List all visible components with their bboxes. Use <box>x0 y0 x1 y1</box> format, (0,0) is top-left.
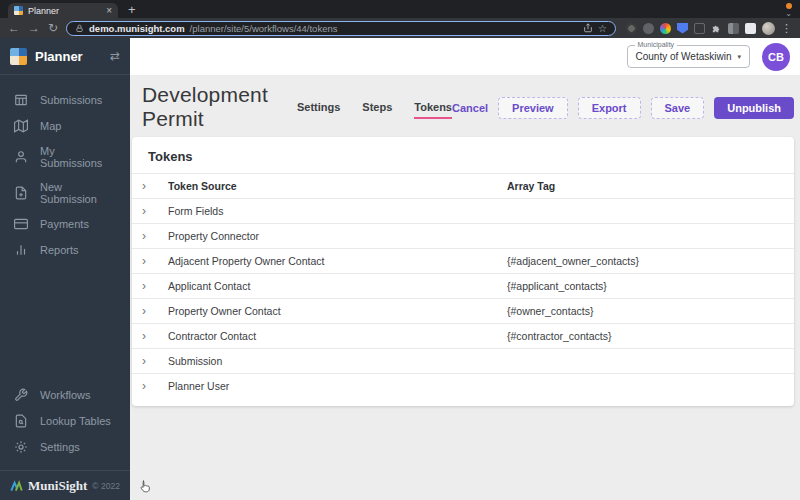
save-button[interactable]: Save <box>651 97 705 119</box>
token-source-label: Property Owner Contact <box>168 305 281 317</box>
preview-button[interactable]: Preview <box>498 97 568 119</box>
sidebar-nav: Submissions Map My Submissions New Submi… <box>0 75 130 263</box>
wrench-icon <box>14 388 28 402</box>
panel-title: Tokens <box>132 137 794 173</box>
chevron-right-icon[interactable]: › <box>142 179 168 193</box>
sidebar-item-label: Payments <box>40 218 89 230</box>
sidebar-collapse-icon[interactable]: ⇄ <box>110 49 120 63</box>
back-button[interactable]: ← <box>8 22 20 34</box>
browser-tab-bar: Planner × + ⌄ <box>0 0 800 18</box>
browser-tab[interactable]: Planner × <box>8 3 118 18</box>
workflow-tabs: Settings Steps Tokens <box>297 101 452 119</box>
tokens-panel: Tokens › Token Source Array Tag › Form F… <box>132 137 794 406</box>
address-bar[interactable]: demo.munisight.com/planner/site/5/workfl… <box>66 21 616 36</box>
chevron-right-icon[interactable]: › <box>142 279 168 293</box>
browser-menu-icon[interactable]: ⋮ <box>781 22 792 35</box>
map-icon <box>14 119 28 133</box>
sidebar-item-map[interactable]: Map <box>0 113 130 139</box>
array-tag-value: {#adjacent_owner_contacts} <box>507 255 639 267</box>
column-array-tag: Array Tag <box>507 180 555 192</box>
top-bar: Municipality County of Wetaskiwin ▾ CB <box>130 38 800 75</box>
mouse-cursor-pointer <box>138 479 153 495</box>
sidebar-item-submissions[interactable]: Submissions <box>0 87 130 113</box>
municipality-select-label: Municipality <box>635 41 678 48</box>
sidebar-item-new-submission[interactable]: New Submission <box>0 175 130 211</box>
table-row[interactable]: › Property Connector <box>132 223 794 248</box>
gear-icon <box>14 440 28 454</box>
new-tab-button[interactable]: + <box>128 2 136 17</box>
browser-profile-avatar[interactable] <box>762 22 775 35</box>
sidebar-item-label: Workflows <box>40 389 91 401</box>
sidebar-item-my-submissions[interactable]: My Submissions <box>0 139 130 175</box>
table-row[interactable]: › Adjacent Property Owner Contact {#adja… <box>132 248 794 273</box>
extension-icon[interactable] <box>626 23 637 34</box>
sidebar-item-label: Lookup Tables <box>40 415 111 427</box>
sidebar-item-payments[interactable]: Payments <box>0 211 130 237</box>
user-avatar[interactable]: CB <box>762 43 790 71</box>
chevron-right-icon[interactable]: › <box>142 379 168 393</box>
sidebar-item-settings[interactable]: Settings <box>0 434 130 460</box>
extension-icon[interactable] <box>643 23 654 34</box>
bar-chart-icon <box>14 243 28 257</box>
url-host: demo.munisight.com <box>89 23 185 34</box>
sidebar-item-label: Submissions <box>40 94 102 106</box>
unpublish-button[interactable]: Unpublish <box>714 97 794 119</box>
municipality-select[interactable]: Municipality County of Wetaskiwin ▾ <box>627 45 750 68</box>
table-row[interactable]: › Property Owner Contact {#owner_contact… <box>132 298 794 323</box>
tab-settings[interactable]: Settings <box>297 101 340 119</box>
table-row[interactable]: › Submission <box>132 348 794 373</box>
extension-icon[interactable] <box>677 23 688 34</box>
planner-favicon <box>14 6 23 15</box>
browser-window: Planner × + ⌄ ← → ↻ demo.munisight.com/p… <box>0 0 800 500</box>
copyright: © 2022 <box>92 481 120 491</box>
municipality-value: County of Wetaskiwin <box>636 51 732 62</box>
token-source-label: Adjacent Property Owner Contact <box>168 255 324 267</box>
chevron-right-icon[interactable]: › <box>142 354 168 368</box>
brand-name: Planner <box>35 49 102 64</box>
munisight-brand: MuniSight <box>28 478 87 494</box>
chevron-right-icon[interactable]: › <box>142 204 168 218</box>
token-source-label: Submission <box>168 355 222 367</box>
extension-icon[interactable] <box>660 23 671 34</box>
sidebar-item-label: Settings <box>40 441 80 453</box>
app-root: Planner ⇄ Submissions Map My Submissions <box>0 38 800 500</box>
chevron-right-icon[interactable]: › <box>142 229 168 243</box>
table-row[interactable]: › Form Fields <box>132 198 794 223</box>
chevron-right-icon[interactable]: › <box>142 254 168 268</box>
user-icon <box>14 150 28 164</box>
chevron-right-icon[interactable]: › <box>142 304 168 318</box>
sidebar-item-label: New Submission <box>40 181 116 205</box>
cancel-button[interactable]: Cancel <box>452 102 488 114</box>
sidebar: Planner ⇄ Submissions Map My Submissions <box>0 38 130 500</box>
sidebar-footer: MuniSight © 2022 <box>0 470 130 500</box>
sidebar-item-workflows[interactable]: Workflows <box>0 382 130 408</box>
table-row[interactable]: › Contractor Contact {#contractor_contac… <box>132 323 794 348</box>
sidebar-brand: Planner ⇄ <box>0 38 130 75</box>
reload-button[interactable]: ↻ <box>48 22 58 34</box>
token-source-label: Property Connector <box>168 230 259 242</box>
table-row[interactable]: › Applicant Contact {#applicant_contacts… <box>132 273 794 298</box>
token-source-label: Contractor Contact <box>168 330 256 342</box>
tab-close-icon[interactable]: × <box>106 5 112 16</box>
extension-icon[interactable] <box>694 23 705 34</box>
bookmark-star-icon[interactable]: ☆ <box>598 23 607 34</box>
page-title: Development Permit <box>142 83 273 131</box>
export-button[interactable]: Export <box>578 97 641 119</box>
extension-icon[interactable] <box>728 23 739 34</box>
sidebar-item-reports[interactable]: Reports <box>0 237 130 263</box>
share-icon[interactable] <box>583 23 593 33</box>
extensions-puzzle-icon[interactable] <box>711 23 722 34</box>
header-actions: Cancel Preview Export Save Unpublish <box>452 97 794 119</box>
planner-logo <box>10 48 27 65</box>
extension-icon[interactable] <box>745 23 756 34</box>
chevron-right-icon[interactable]: › <box>142 329 168 343</box>
tab-steps[interactable]: Steps <box>362 101 392 119</box>
chevron-down-icon[interactable]: ⌄ <box>785 9 792 18</box>
sidebar-item-lookup-tables[interactable]: Lookup Tables <box>0 408 130 434</box>
tab-tokens[interactable]: Tokens <box>414 101 452 119</box>
forward-button[interactable]: → <box>28 22 40 34</box>
table-icon <box>14 93 28 107</box>
table-header-row[interactable]: › Token Source Array Tag <box>132 173 794 198</box>
chevron-down-icon: ▾ <box>737 53 741 61</box>
table-row[interactable]: › Planner User <box>132 373 794 398</box>
